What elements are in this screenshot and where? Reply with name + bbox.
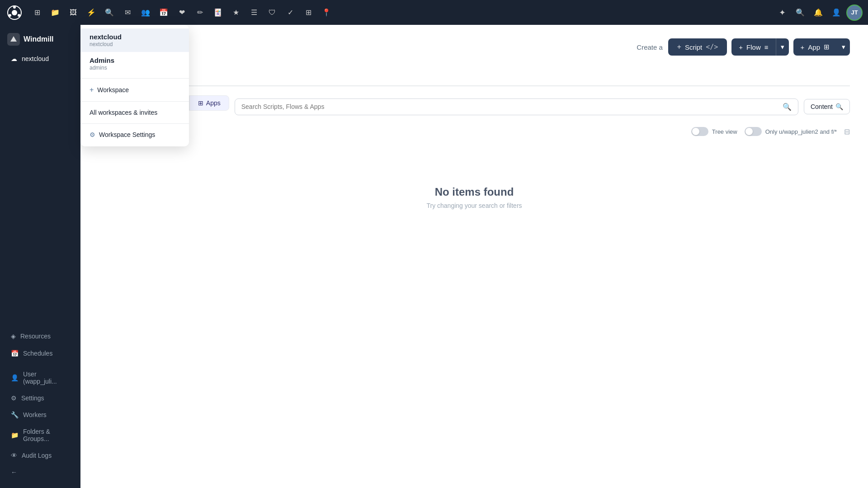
notes-icon[interactable]: ✏ xyxy=(192,5,208,21)
global-search-icon[interactable]: 🔍 xyxy=(792,5,808,21)
create-flow-button[interactable]: + Flow ≡ ▾ xyxy=(731,38,788,56)
admin-icon[interactable]: 🛡 xyxy=(264,5,280,21)
script-btn-label: Script xyxy=(685,43,702,51)
create-buttons: + Script </> + Flow ≡ ▾ + xyxy=(668,38,850,56)
calendar-sidebar-icon: 📅 xyxy=(11,350,19,357)
activity-icon[interactable]: ⚡ xyxy=(83,5,99,21)
sidebar-item-label-settings: Settings xyxy=(21,394,44,402)
sidebar-brand[interactable]: Windmill xyxy=(0,28,80,50)
grid-icon[interactable]: ⊞ xyxy=(300,5,316,21)
dropdown-add-workspace[interactable]: + Workspace xyxy=(80,81,189,99)
content-btn-label: Content xyxy=(811,103,833,110)
sidebar-item-nextcloud[interactable]: ☁ nextcloud xyxy=(4,51,77,67)
sidebar-item-resources[interactable]: ◈ Resources xyxy=(4,328,77,344)
dropdown-separator-3 xyxy=(80,123,189,124)
sidebar-item-workers[interactable]: 🔧 Workers xyxy=(4,407,77,423)
create-script-button[interactable]: + Script </> xyxy=(668,38,727,56)
search-top-icon[interactable]: 🔍 xyxy=(101,5,118,21)
sidebar-item-label-user: User (wapp_juli... xyxy=(23,371,70,385)
app-logo[interactable] xyxy=(5,4,24,22)
user-icon: 👤 xyxy=(11,374,19,381)
flow-plus-icon: + xyxy=(739,43,743,51)
sidebar-item-label-resources: Resources xyxy=(20,333,51,340)
tab-apps[interactable]: ⊞ Apps xyxy=(189,95,229,111)
tab-apps-label: Apps xyxy=(206,99,221,107)
tree-view-toggle-group: Tree view xyxy=(691,127,737,136)
flow-dropdown-trigger[interactable]: ▾ xyxy=(776,38,789,56)
avatar[interactable]: JT xyxy=(846,5,863,21)
create-app-button[interactable]: + App ⊞ ▾ xyxy=(793,38,850,56)
profile-icon[interactable]: 👤 xyxy=(828,5,844,21)
script-code-icon: </> xyxy=(706,43,718,51)
sidebar-back-button[interactable]: ← xyxy=(4,464,77,480)
photos-icon[interactable]: 🖼 xyxy=(65,5,81,21)
tables-icon[interactable]: ☰ xyxy=(246,5,262,21)
svg-marker-5 xyxy=(10,36,17,42)
contacts-icon[interactable]: 👥 xyxy=(137,5,154,21)
sidebar-item-label-schedules: Schedules xyxy=(23,350,52,357)
app-btn-label: App xyxy=(808,43,820,51)
tree-view-toggle[interactable] xyxy=(691,127,708,136)
resources-icon: ◈ xyxy=(11,333,16,340)
back-icon: ← xyxy=(11,469,17,476)
app-plus-icon: + xyxy=(801,43,805,51)
empty-title: No items found xyxy=(435,186,514,198)
only-mine-toggle-group: Only u/wapp_julien2 and f/* xyxy=(745,127,837,136)
dropdown-all-workspaces-label: All workspaces & invites xyxy=(90,109,157,116)
integration-icon[interactable]: ★ xyxy=(228,5,244,21)
dropdown-all-workspaces[interactable]: All workspaces & invites xyxy=(80,104,189,121)
files-icon[interactable]: 📁 xyxy=(47,5,63,21)
dropdown-item-subtitle-admins: admins xyxy=(90,65,180,71)
create-label: Create a xyxy=(637,43,663,51)
top-nav: ⊞ 📁 🖼 ⚡ 🔍 ✉ 👥 📅 ❤ ✏ 🃏 ★ ☰ 🛡 ✓ ⊞ 📍 ✦ 🔍 🔔 … xyxy=(0,0,868,25)
filter-options-icon[interactable]: ⊟ xyxy=(844,127,850,136)
settings-icon: ⚙ xyxy=(11,394,17,402)
only-mine-toggle[interactable] xyxy=(745,127,762,136)
sidebar-item-audit[interactable]: 👁 Audit Logs xyxy=(4,447,77,464)
settings-gear-icon: ⚙ xyxy=(90,131,95,138)
dropdown-separator-2 xyxy=(80,101,189,102)
workers-icon: 🔧 xyxy=(11,411,19,418)
plus-icon: + xyxy=(90,86,94,94)
dropdown-settings-label: Workspace Settings xyxy=(99,131,155,138)
dropdown-item-admins[interactable]: Admins admins xyxy=(80,52,189,75)
dashboard-icon[interactable]: ⊞ xyxy=(29,5,45,21)
flow-main-action[interactable]: + Flow ≡ xyxy=(731,39,775,56)
search-box: 🔍 xyxy=(235,99,798,115)
tasks-icon[interactable]: ✓ xyxy=(282,5,298,21)
main-tabs: Workspace ⊙ Hub xyxy=(99,68,850,86)
app-main-action[interactable]: + App ⊞ xyxy=(793,38,837,56)
search-input[interactable] xyxy=(241,103,779,110)
only-mine-knob xyxy=(745,128,753,135)
flow-btn-label: Flow xyxy=(746,43,761,51)
tree-view-label: Tree view xyxy=(712,128,737,135)
sparkle-icon[interactable]: ✦ xyxy=(774,5,790,21)
empty-subtitle: Try changing your search or filters xyxy=(426,202,522,209)
maps-icon[interactable]: 📍 xyxy=(318,5,335,21)
main-content: Home Create a + Script </> + Flow ≡ ▾ xyxy=(80,25,868,488)
deck-icon[interactable]: 🃏 xyxy=(210,5,226,21)
brand-icon xyxy=(7,33,20,46)
sidebar-item-folders[interactable]: 📁 Folders & Groups... xyxy=(4,423,77,447)
app-dropdown-trigger[interactable]: ▾ xyxy=(837,38,850,56)
folders-icon: 📁 xyxy=(11,432,19,439)
chevron-down-icon: ▾ xyxy=(781,43,784,51)
content-search-icon: 🔍 xyxy=(835,103,843,110)
dropdown-item-nextcloud[interactable]: nextcloud nextcloud xyxy=(80,28,189,52)
calendar-icon[interactable]: 📅 xyxy=(156,5,172,21)
tree-view-knob xyxy=(692,128,699,135)
mail-icon[interactable]: ✉ xyxy=(119,5,136,21)
sidebar-item-schedules[interactable]: 📅 Schedules xyxy=(4,345,77,361)
sidebar-item-label-workers: Workers xyxy=(23,411,47,418)
sidebar-brand-label: Windmill xyxy=(24,35,54,43)
sidebar-item-settings[interactable]: ⚙ Settings xyxy=(4,390,77,406)
notifications-icon[interactable]: 🔔 xyxy=(810,5,826,21)
audit-icon: 👁 xyxy=(11,452,17,459)
app-grid-icon: ⊞ xyxy=(824,43,830,51)
sidebar-item-label-nextcloud: nextcloud xyxy=(22,55,49,62)
health-icon[interactable]: ❤ xyxy=(174,5,190,21)
dropdown-item-title-admins: Admins xyxy=(90,56,180,64)
content-filter-button[interactable]: Content 🔍 xyxy=(804,99,850,114)
sidebar-item-user[interactable]: 👤 User (wapp_juli... xyxy=(4,366,77,389)
dropdown-workspace-settings[interactable]: ⚙ Workspace Settings xyxy=(80,127,189,143)
